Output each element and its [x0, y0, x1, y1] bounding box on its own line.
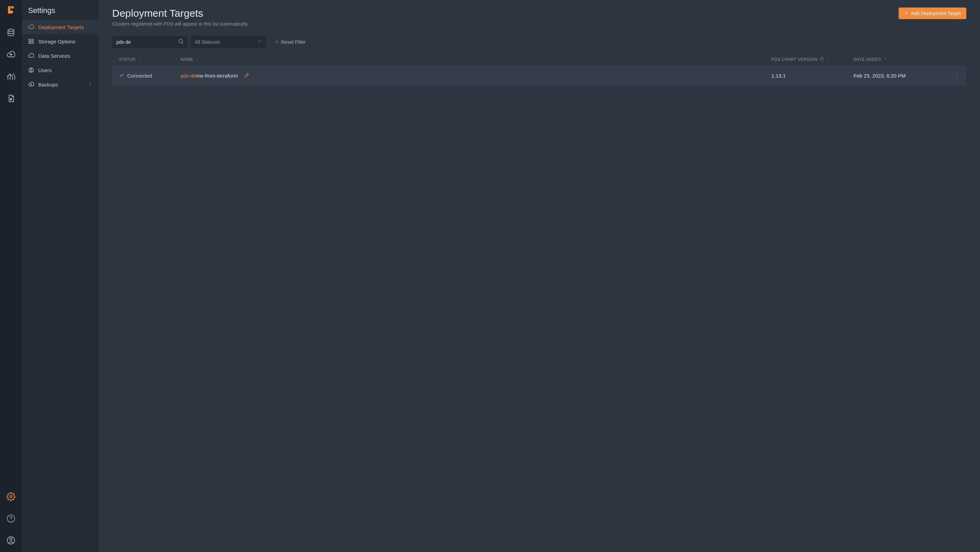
- document-dollar-icon: [6, 94, 15, 104]
- nav-rail: [0, 0, 22, 552]
- targets-table: STATUS NAME PDS CHART VERSION: [112, 53, 966, 86]
- help-icon[interactable]: [819, 56, 824, 62]
- reset-filter-label: Reset Filter: [281, 39, 306, 45]
- database-icon: [6, 29, 15, 39]
- svg-point-17: [956, 76, 957, 77]
- chevron-down-icon: [257, 39, 262, 45]
- search-wrap: [112, 36, 188, 48]
- cell-version: 1.13.1: [772, 73, 853, 79]
- svg-rect-6: [29, 39, 33, 41]
- storage-icon: [28, 38, 34, 44]
- check-icon: [119, 73, 124, 79]
- sidebar-title: Settings: [22, 0, 99, 20]
- table-header: STATUS NAME PDS CHART VERSION: [112, 53, 966, 66]
- filters-row: All Statuses Reset Filter: [112, 36, 966, 48]
- cloud-upload-icon: [6, 50, 15, 60]
- col-version[interactable]: PDS CHART VERSION: [772, 56, 853, 62]
- svg-point-16: [956, 75, 957, 76]
- help-icon: [6, 514, 15, 524]
- svg-point-3: [11, 520, 11, 520]
- svg-point-5: [10, 538, 12, 541]
- chevron-right-icon: [88, 82, 92, 87]
- sidebar-item-label: Data Services: [38, 53, 70, 59]
- page-title: Deployment Targets: [112, 8, 203, 19]
- sidebar: Settings Deployment Targets Storage Opti…: [22, 0, 99, 552]
- search-icon: [178, 38, 184, 46]
- cloud-icon: [28, 24, 34, 30]
- col-date[interactable]: DATE ADDED: [853, 57, 946, 62]
- cloud-upload-icon: [28, 81, 34, 87]
- cell-date: Feb 23, 2023, 6:20 PM: [853, 73, 946, 79]
- sidebar-item-backups[interactable]: Backups: [22, 77, 99, 92]
- rail-item-billing[interactable]: [0, 88, 22, 110]
- user-circle-icon: [28, 67, 34, 73]
- rail-item-profile[interactable]: [0, 530, 22, 552]
- col-name[interactable]: NAME: [181, 57, 772, 62]
- edit-icon[interactable]: [244, 73, 250, 79]
- svg-point-1: [10, 496, 12, 498]
- sort-icon: [826, 57, 830, 62]
- rail-item-database[interactable]: [0, 22, 22, 44]
- rail-item-analytics[interactable]: [0, 66, 22, 88]
- sidebar-item-label: Deployment Targets: [38, 24, 84, 30]
- plus-icon: [904, 11, 908, 16]
- sidebar-item-data-services[interactable]: Data Services: [22, 49, 99, 63]
- rail-item-help[interactable]: [0, 508, 22, 530]
- search-input[interactable]: [112, 36, 188, 48]
- profile-icon: [6, 536, 15, 546]
- sidebar-item-label: Backups: [38, 82, 58, 87]
- close-icon: [275, 39, 279, 45]
- svg-point-8: [30, 40, 30, 40]
- col-status[interactable]: STATUS: [119, 57, 181, 62]
- sort-icon: [195, 57, 199, 62]
- cloud-icon: [28, 52, 34, 59]
- svg-point-9: [30, 42, 30, 43]
- main-content: Deployment Targets Add Deployment Target…: [99, 0, 980, 552]
- reset-filter-button[interactable]: Reset Filter: [275, 39, 306, 45]
- sidebar-item-label: Storage Options: [38, 39, 75, 44]
- cell-status: Connected: [119, 73, 181, 79]
- svg-point-14: [822, 59, 822, 60]
- svg-point-0: [8, 29, 14, 32]
- add-button-label: Add Deployment Target: [911, 11, 961, 16]
- cell-name[interactable]: pds-demo-from-terraform: [181, 73, 772, 79]
- sidebar-item-storage-options[interactable]: Storage Options: [22, 34, 99, 49]
- sidebar-item-label: Users: [38, 67, 52, 73]
- page-subtitle: Clusters registered with PDS will appear…: [112, 21, 966, 27]
- svg-point-11: [30, 69, 32, 70]
- gear-icon: [6, 492, 15, 503]
- svg-rect-7: [29, 42, 33, 44]
- svg-point-15: [956, 73, 957, 74]
- sidebar-item-users[interactable]: Users: [22, 63, 99, 77]
- rail-item-settings[interactable]: [0, 486, 22, 508]
- target-name: pds-demo-from-terraform: [181, 73, 238, 79]
- add-deployment-target-button[interactable]: Add Deployment Target: [899, 8, 966, 19]
- sidebar-item-deployment-targets[interactable]: Deployment Targets: [22, 20, 99, 34]
- status-filter-select[interactable]: All Statuses: [191, 36, 266, 48]
- sort-asc-icon: [883, 57, 887, 62]
- table-row: Connected pds-demo-from-terraform 1.13.1…: [112, 66, 966, 86]
- rail-item-cloud[interactable]: [0, 44, 22, 66]
- analytics-icon: [6, 72, 15, 82]
- logo[interactable]: [6, 5, 15, 16]
- row-menu-button[interactable]: [946, 73, 959, 79]
- sort-icon: [138, 57, 141, 62]
- status-filter-label: All Statuses: [195, 39, 220, 45]
